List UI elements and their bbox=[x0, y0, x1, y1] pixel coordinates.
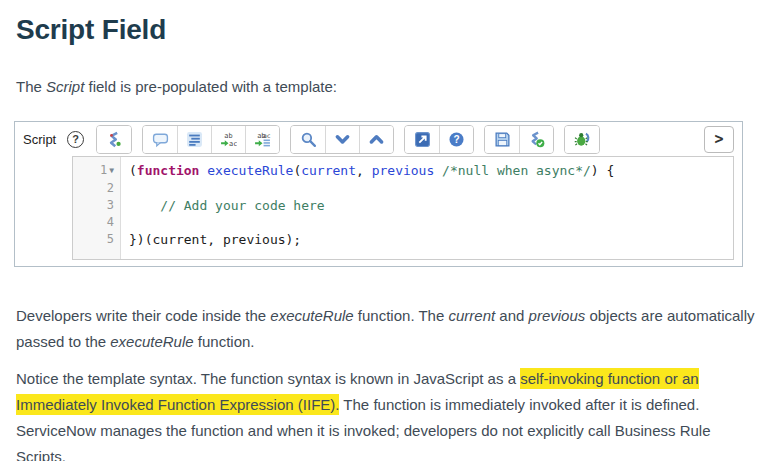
syntax-check-button[interactable] bbox=[519, 126, 553, 153]
find-next-button[interactable] bbox=[325, 126, 359, 153]
svg-text:ac: ac bbox=[263, 132, 271, 140]
toolbar-button-groups: abacabac? bbox=[96, 125, 600, 154]
find-previous-button[interactable] bbox=[359, 126, 393, 153]
code-line: 4 bbox=[73, 214, 733, 231]
editor-help-button[interactable]: ? bbox=[439, 126, 473, 153]
line-number: 1▼ bbox=[73, 162, 120, 180]
plain-text-segment: function. bbox=[194, 333, 255, 350]
debug-icon bbox=[574, 131, 591, 148]
variable-text-segment: previous bbox=[372, 163, 435, 178]
line-number: 3 bbox=[73, 197, 120, 214]
find-previous-icon bbox=[368, 131, 385, 148]
italic-text-segment: Script bbox=[46, 78, 84, 95]
field-help-icon[interactable]: ? bbox=[67, 131, 84, 148]
toolbar-button-group bbox=[564, 125, 600, 154]
search-icon bbox=[300, 131, 317, 148]
svg-text:?: ? bbox=[454, 134, 460, 145]
doc-page: Script Field The Script field is pre-pop… bbox=[0, 0, 769, 461]
variable-text-segment: current bbox=[301, 163, 356, 178]
intro-text: The Script field is pre-populated with a… bbox=[16, 74, 756, 100]
toolbar-button-group bbox=[96, 125, 132, 154]
code-text bbox=[120, 214, 129, 231]
replace-icon: abac bbox=[220, 131, 237, 148]
plain-text-segment: field is pre-populated with a template: bbox=[84, 78, 337, 95]
debug-button[interactable] bbox=[565, 126, 599, 153]
plain-text-segment: , bbox=[356, 163, 372, 178]
code-text: })(current, previous); bbox=[120, 231, 301, 248]
code-text bbox=[120, 180, 129, 197]
plain-text-segment: Developers write their code inside the bbox=[16, 307, 270, 324]
save-button[interactable] bbox=[485, 126, 519, 153]
svg-text:ab: ab bbox=[224, 131, 232, 139]
syntax-editor-button[interactable] bbox=[97, 126, 131, 153]
code-editor[interactable]: 1▼(function executeRule(current, previou… bbox=[72, 156, 734, 260]
toolbar-button-group bbox=[290, 125, 394, 154]
save-icon bbox=[494, 131, 511, 148]
code-line: 3 // Add your code here bbox=[73, 197, 733, 214]
plain-text-segment: Notice the template syntax. The function… bbox=[16, 370, 520, 387]
comment-text-segment: // Add your code here bbox=[160, 198, 324, 213]
toolbar-button-group: abacabac bbox=[142, 125, 280, 154]
toolbar-button-group bbox=[484, 125, 554, 154]
code-line: 5})(current, previous); bbox=[73, 231, 733, 248]
plain-text-segment: and bbox=[495, 307, 528, 324]
replace-all-icon: abac bbox=[254, 131, 271, 148]
plain-text-segment bbox=[129, 198, 160, 213]
comment-text-segment: /*null when async*/ bbox=[442, 163, 591, 178]
code-lines: 1▼(function executeRule(current, previou… bbox=[73, 157, 733, 248]
paragraph-execute-rule: Developers write their code inside the e… bbox=[16, 303, 756, 355]
plain-text-segment: The bbox=[16, 78, 46, 95]
script-editor: Script ? abacabac? > 1▼(function execute… bbox=[14, 121, 743, 267]
svg-text:ac: ac bbox=[229, 139, 237, 147]
replace-button[interactable]: abac bbox=[211, 126, 245, 153]
replace-all-button[interactable]: abac bbox=[245, 126, 279, 153]
syntax-editor-icon bbox=[106, 131, 123, 148]
line-number: 4 bbox=[73, 214, 120, 231]
comment-button[interactable] bbox=[143, 126, 177, 153]
expand-toolbar-button[interactable]: > bbox=[704, 126, 734, 153]
code-text: // Add your code here bbox=[120, 197, 325, 214]
italic-text-segment: executeRule bbox=[270, 307, 353, 324]
find-next-icon bbox=[334, 131, 351, 148]
plain-text-segment: })(current, previous); bbox=[129, 232, 301, 247]
variable-text-segment: executeRule bbox=[207, 163, 293, 178]
italic-text-segment: previous bbox=[529, 307, 586, 324]
keyword-text-segment: function bbox=[137, 163, 200, 178]
syntax-check-icon bbox=[528, 131, 545, 148]
script-field-label: Script bbox=[23, 132, 56, 147]
format-code-button[interactable] bbox=[177, 126, 211, 153]
plain-text-segment bbox=[434, 163, 442, 178]
comment-icon bbox=[152, 131, 169, 148]
paragraph-iife: Notice the template syntax. The function… bbox=[16, 366, 756, 461]
code-text: (function executeRule(current, previous … bbox=[120, 162, 614, 180]
plain-text-segment: ) { bbox=[591, 163, 614, 178]
format-code-icon bbox=[186, 131, 203, 148]
page-title: Script Field bbox=[16, 14, 753, 46]
code-line: 2 bbox=[73, 180, 733, 197]
plain-text-segment: function. The bbox=[354, 307, 449, 324]
editor-help-icon: ? bbox=[448, 131, 465, 148]
editor-toolbar: Script ? abacabac? > bbox=[15, 122, 742, 156]
italic-text-segment: current bbox=[448, 307, 495, 324]
line-number: 5 bbox=[73, 231, 120, 248]
toolbar-button-group: ? bbox=[404, 125, 474, 154]
fold-arrow-icon[interactable]: ▼ bbox=[109, 162, 114, 179]
search-button[interactable] bbox=[291, 126, 325, 153]
italic-text-segment: executeRule bbox=[110, 333, 193, 350]
code-line: 1▼(function executeRule(current, previou… bbox=[73, 162, 733, 180]
plain-text-segment: ( bbox=[129, 163, 137, 178]
pop-out-icon bbox=[414, 131, 431, 148]
pop-out-button[interactable] bbox=[405, 126, 439, 153]
line-number: 2 bbox=[73, 180, 120, 197]
